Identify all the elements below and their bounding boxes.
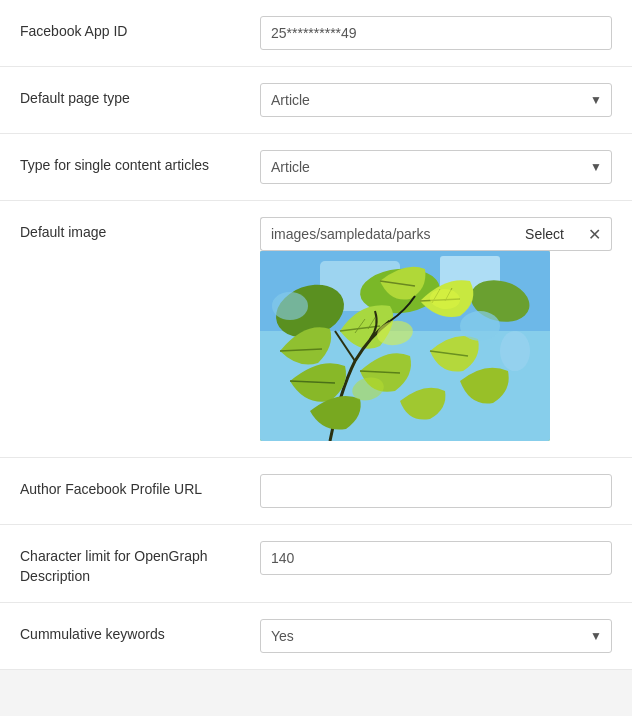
- author-facebook-url-label: Author Facebook Profile URL: [20, 474, 260, 500]
- cumulative-keywords-control: Yes No ▼: [260, 619, 612, 653]
- default-page-type-control: Article Website Blog ▼: [260, 83, 612, 117]
- type-single-content-row: Type for single content articles Article…: [0, 134, 632, 201]
- clear-image-button[interactable]: ✕: [578, 217, 612, 251]
- svg-point-23: [272, 292, 308, 320]
- default-page-type-select-wrapper: Article Website Blog ▼: [260, 83, 612, 117]
- facebook-app-id-label: Facebook App ID: [20, 16, 260, 42]
- preview-image-svg: [260, 251, 550, 441]
- type-single-content-select-wrapper: Article Website Blog ▼: [260, 150, 612, 184]
- default-page-type-row: Default page type Article Website Blog ▼: [0, 67, 632, 134]
- author-facebook-url-control: [260, 474, 612, 508]
- select-image-button[interactable]: Select: [511, 217, 578, 251]
- image-preview: [260, 251, 550, 441]
- type-single-content-control: Article Website Blog ▼: [260, 150, 612, 184]
- settings-form: Facebook App ID Default page type Articl…: [0, 0, 632, 670]
- default-page-type-select[interactable]: Article Website Blog: [260, 83, 612, 117]
- cumulative-keywords-label: Cummulative keywords: [20, 619, 260, 645]
- default-image-control: Select ✕: [260, 217, 612, 441]
- character-limit-label: Character limit for OpenGraph Descriptio…: [20, 541, 260, 586]
- facebook-app-id-control: [260, 16, 612, 50]
- facebook-app-id-row: Facebook App ID: [0, 0, 632, 67]
- type-single-content-select[interactable]: Article Website Blog: [260, 150, 612, 184]
- cumulative-keywords-select-wrapper: Yes No ▼: [260, 619, 612, 653]
- svg-point-21: [460, 311, 500, 341]
- author-facebook-url-row: Author Facebook Profile URL: [0, 458, 632, 525]
- svg-point-22: [500, 331, 530, 371]
- default-page-type-label: Default page type: [20, 83, 260, 109]
- image-path-input[interactable]: [260, 217, 511, 251]
- character-limit-control: [260, 541, 612, 575]
- facebook-app-id-input[interactable]: [260, 16, 612, 50]
- default-image-label: Default image: [20, 217, 260, 243]
- type-single-content-label: Type for single content articles: [20, 150, 260, 176]
- character-limit-row: Character limit for OpenGraph Descriptio…: [0, 525, 632, 603]
- default-image-row: Default image Select ✕: [0, 201, 632, 458]
- author-facebook-url-input[interactable]: [260, 474, 612, 508]
- cumulative-keywords-row: Cummulative keywords Yes No ▼: [0, 603, 632, 670]
- image-field-wrapper: Select ✕: [260, 217, 612, 251]
- character-limit-input[interactable]: [260, 541, 612, 575]
- cumulative-keywords-select[interactable]: Yes No: [260, 619, 612, 653]
